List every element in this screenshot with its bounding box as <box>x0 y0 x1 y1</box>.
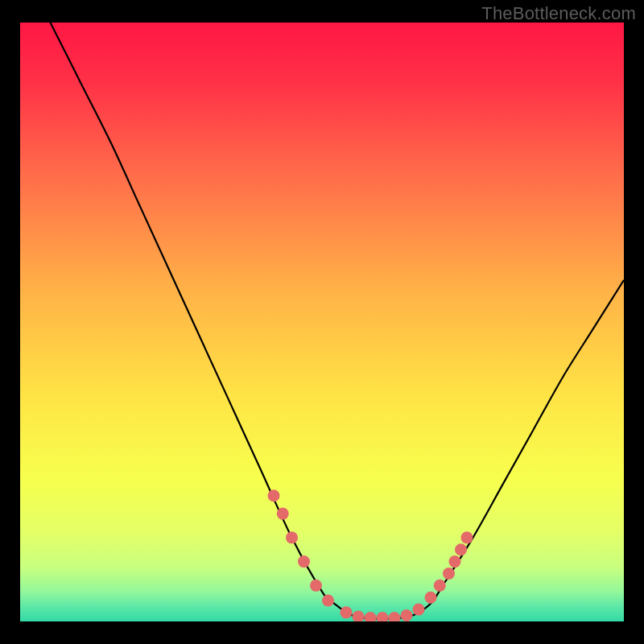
data-point <box>298 555 310 568</box>
data-point <box>413 604 425 616</box>
data-point <box>425 592 437 604</box>
gradient-background <box>20 23 624 621</box>
chart-svg <box>20 23 624 621</box>
data-point <box>401 609 413 621</box>
data-point <box>322 594 334 606</box>
data-point <box>286 531 298 543</box>
data-point <box>443 568 455 580</box>
data-point <box>310 580 322 592</box>
chart-canvas: TheBottleneck.com <box>0 0 644 644</box>
data-point <box>268 489 280 502</box>
data-point <box>455 543 467 555</box>
data-point <box>277 508 289 520</box>
data-point <box>461 531 473 543</box>
data-point <box>341 606 353 618</box>
plot-area <box>20 23 624 621</box>
watermark-text: TheBottleneck.com <box>481 3 636 24</box>
data-point <box>449 555 461 568</box>
data-point <box>434 580 446 592</box>
